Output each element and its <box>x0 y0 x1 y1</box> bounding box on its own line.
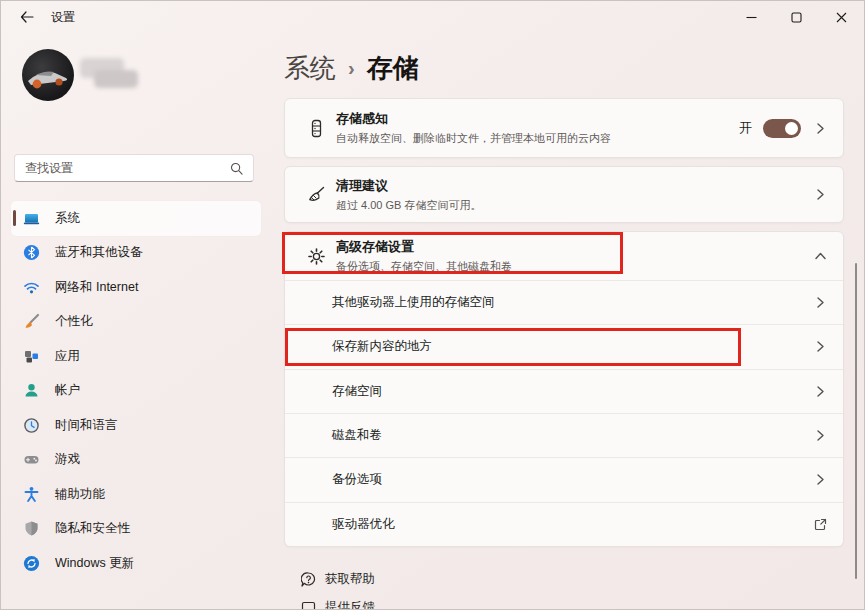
clock-icon <box>23 417 40 434</box>
sidebar-item-apps[interactable]: 应用 <box>11 339 261 374</box>
help-footer: 获取帮助 提供反馈 <box>301 569 375 610</box>
advanced-storage-title: 高级存储设置 <box>336 238 814 256</box>
car-avatar-image <box>22 49 74 101</box>
search-input[interactable]: 查找设置 <box>14 154 254 182</box>
sidebar-item-label: 系统 <box>55 210 80 227</box>
maximize-icon <box>791 12 802 23</box>
row-backup-options[interactable]: 备份选项 <box>285 457 843 501</box>
minimize-icon <box>746 12 757 23</box>
windows-update-icon <box>23 555 40 572</box>
selected-accent-bar <box>13 210 16 226</box>
sidebar-item-label: 网络和 Internet <box>55 279 138 296</box>
main-content: 系统 › 存储 存储感知 自动释放空间、删除临时文件，并管理本地可用的云内容 开 <box>284 33 844 609</box>
search-placeholder: 查找设置 <box>25 160 230 177</box>
accessibility-icon <box>23 486 40 503</box>
sidebar-item-label: 应用 <box>55 348 80 365</box>
breadcrumb-separator: › <box>348 57 355 80</box>
chevron-right-icon <box>814 122 827 135</box>
advanced-storage-header[interactable]: 高级存储设置 备份选项、存储空间、其他磁盘和卷 <box>285 232 843 280</box>
row-label: 备份选项 <box>332 471 814 488</box>
toggle-state-label: 开 <box>739 119 752 137</box>
sidebar-item-label: 辅助功能 <box>55 486 105 503</box>
page-title: 存储 <box>367 51 419 86</box>
chevron-right-icon <box>814 296 827 309</box>
row-where-new-content-saved[interactable]: 保存新内容的地方 <box>285 324 843 368</box>
advanced-storage-subtitle: 备份选项、存储空间、其他磁盘和卷 <box>336 259 814 274</box>
row-label: 驱动器优化 <box>332 516 814 533</box>
give-feedback-link[interactable]: 提供反馈 <box>301 597 375 610</box>
row-storage-spaces[interactable]: 存储空间 <box>285 369 843 413</box>
shield-icon <box>23 520 40 537</box>
sidebar-item-accounts[interactable]: 帐户 <box>11 374 261 409</box>
sidebar-item-label: 蓝牙和其他设备 <box>55 244 143 261</box>
row-drive-optimization[interactable]: 驱动器优化 <box>285 502 843 546</box>
sidebar-item-label: 时间和语言 <box>55 417 118 434</box>
apps-icon <box>23 348 40 365</box>
chevron-right-icon <box>814 340 827 353</box>
close-button[interactable] <box>819 1 864 33</box>
person-icon <box>23 382 40 399</box>
broom-icon <box>307 185 326 204</box>
maximize-button[interactable] <box>774 1 819 33</box>
paintbrush-icon <box>23 313 40 330</box>
back-button[interactable] <box>11 4 43 30</box>
sidebar-item-label: 游戏 <box>55 451 80 468</box>
avatar <box>22 49 74 101</box>
sidebar-item-accessibility[interactable]: 辅助功能 <box>11 477 261 512</box>
sidebar-nav: 系统 蓝牙和其他设备 网络和 Internet <box>11 201 261 581</box>
external-link-icon <box>814 518 827 531</box>
advanced-storage-card: 高级存储设置 备份选项、存储空间、其他磁盘和卷 其他驱动器上使用的存储空间 保存… <box>284 231 844 547</box>
sidebar-item-label: Windows 更新 <box>55 555 134 572</box>
row-label: 存储空间 <box>332 383 814 400</box>
storage-sense-toggle[interactable] <box>763 119 801 138</box>
chevron-right-icon <box>814 188 827 201</box>
user-account[interactable] <box>22 49 150 101</box>
cleanup-subtitle: 超过 4.00 GB 存储空间可用。 <box>336 198 814 213</box>
vertical-scrollbar[interactable] <box>855 263 858 579</box>
cleanup-card[interactable]: 清理建议 超过 4.00 GB 存储空间可用。 <box>284 166 844 223</box>
minimize-button[interactable] <box>729 1 774 33</box>
feedback-icon <box>301 600 316 610</box>
row-label: 其他驱动器上使用的存储空间 <box>332 294 814 311</box>
chevron-right-icon <box>814 429 827 442</box>
row-storage-other-drives[interactable]: 其他驱动器上使用的存储空间 <box>285 280 843 324</box>
breadcrumb: 系统 › 存储 <box>284 51 419 86</box>
gamepad-icon <box>23 451 40 468</box>
back-arrow-icon <box>20 11 34 23</box>
sidebar-item-label: 帐户 <box>55 382 80 399</box>
row-label: 磁盘和卷 <box>332 427 814 444</box>
gear-icon <box>307 247 326 266</box>
titlebar: 设置 <box>1 1 864 33</box>
sidebar: 查找设置 系统 蓝牙和其他设备 <box>1 33 271 609</box>
toggle-knob <box>785 122 798 135</box>
close-icon <box>836 12 847 23</box>
storage-sense-card[interactable]: 存储感知 自动释放空间、删除临时文件，并管理本地可用的云内容 开 <box>284 98 844 158</box>
sidebar-item-label: 个性化 <box>55 313 93 330</box>
chevron-right-icon <box>814 473 827 486</box>
wifi-icon <box>23 279 40 296</box>
get-help-link[interactable]: 获取帮助 <box>301 569 375 589</box>
row-label: 保存新内容的地方 <box>332 338 814 355</box>
sidebar-item-time-language[interactable]: 时间和语言 <box>11 408 261 443</box>
app-title: 设置 <box>51 9 75 26</box>
get-help-icon <box>301 572 316 587</box>
system-icon <box>23 210 40 227</box>
sidebar-item-gaming[interactable]: 游戏 <box>11 443 261 478</box>
sidebar-item-privacy[interactable]: 隐私和安全性 <box>11 512 261 547</box>
sidebar-item-windows-update[interactable]: Windows 更新 <box>11 546 261 581</box>
chevron-right-icon <box>814 385 827 398</box>
storage-sense-icon <box>307 119 326 138</box>
sidebar-item-bluetooth[interactable]: 蓝牙和其他设备 <box>11 236 261 271</box>
chevron-up-icon <box>814 250 827 263</box>
storage-sense-subtitle: 自动释放空间、删除临时文件，并管理本地可用的云内容 <box>336 131 739 146</box>
user-name-redacted <box>80 58 150 92</box>
sidebar-item-personalization[interactable]: 个性化 <box>11 305 261 340</box>
bluetooth-icon <box>23 244 40 261</box>
storage-sense-title: 存储感知 <box>336 110 739 128</box>
sidebar-item-network[interactable]: 网络和 Internet <box>11 270 261 305</box>
sidebar-item-system[interactable]: 系统 <box>11 201 261 236</box>
cleanup-title: 清理建议 <box>336 177 814 195</box>
row-disks-volumes[interactable]: 磁盘和卷 <box>285 413 843 457</box>
breadcrumb-system[interactable]: 系统 <box>284 51 336 86</box>
give-feedback-label: 提供反馈 <box>325 599 375 610</box>
